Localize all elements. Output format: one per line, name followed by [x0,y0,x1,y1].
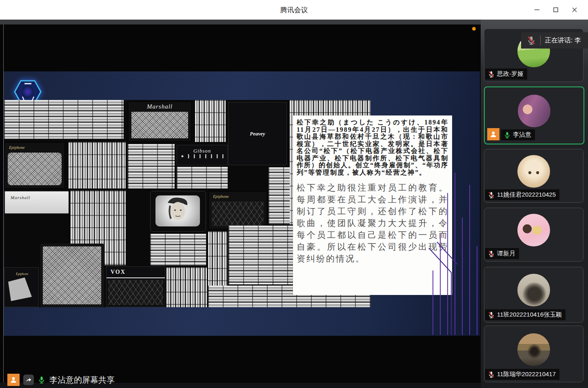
avatar [517,214,550,246]
presenter-person-icon [489,130,497,138]
record-dot [472,27,476,31]
cassette-stack [268,167,290,224]
brand-label-vox: VOX [111,269,126,275]
cassette-stack [69,142,126,188]
minimize-button[interactable] [528,0,546,20]
participant-tile-2[interactable]: 李沾意 [484,86,584,144]
participant-name-tag: 11班2022210416张玉颖 [485,309,566,320]
share-label: 李沾意的屏幕共享 [49,375,115,386]
epiphone-amp: Epiphone [4,142,65,189]
peavey-amp: Peavey [228,102,287,165]
participant-name-tag: 11姚佳君2022210425 [485,189,559,200]
participants-sidebar: 思政-罗娅 李沾意 11姚佳君2022210425 谭新月 [481,20,588,388]
muted-mic-icon [488,250,495,257]
muted-mic-icon [488,371,495,378]
participant-name-tag: 李沾意 [501,129,535,140]
speaker-cab-grille [40,244,104,307]
brand-label-epiphone: Epiphone [213,194,229,199]
maximize-icon [552,6,559,13]
presenter-badge [7,374,20,386]
presenter-badge [487,128,499,140]
muted-mic-icon [488,191,495,199]
cd-stack [128,144,175,188]
screen-share-indicator: 李沾意的屏幕共享 [7,374,115,386]
meeting-window: 腾讯会议 [0,0,588,388]
stage-top-strip [0,20,481,24]
tv-screen [155,195,200,226]
close-button[interactable] [565,0,584,20]
avatar [517,155,550,188]
participant-name-tag: 思政-罗娅 [485,69,527,80]
shared-screen-stage: Marshall Peavey Epiphone Gibson [0,20,481,388]
marshall-head-unit: Marshall [4,191,69,214]
bio-paragraph-1: 松下幸之助（まつした こうのすけ、1894年11月27日—1989年4月27日）… [297,119,448,176]
epiphone-wedge-monitor: Epiphone [4,267,39,307]
participant-tile-5[interactable]: 11班2022210416张玉颖 [484,267,584,323]
participant-name-tag: 谭新月 [485,248,519,259]
minimize-icon [533,6,541,13]
now-speaking-label: 正在讲话: 李 [545,36,581,45]
brand-label-marshall: Marshall [11,195,30,200]
brand-label-epiphone: Epiphone [16,272,29,276]
brand-label-peavey: Peavey [250,131,265,137]
cd-spine-stack [195,100,226,142]
window-controls [528,0,584,20]
brand-label-marshall: Marshall [147,103,173,110]
gibson-head: Gibson [177,145,228,165]
purple-deco-lines [429,169,480,336]
banner-separator [540,35,541,45]
elvis-face [155,195,200,226]
mic-on-icon [504,131,511,139]
avatar [518,95,550,127]
brand-label-epiphone: Epiphone [9,145,24,150]
participant-tile-4[interactable]: 谭新月 [484,208,584,262]
cassette-stack [150,234,206,265]
bio-paragraph-2: 松下幸之助很注重对员工的教育。每周都要在员工大会上作演讲，并制订了员工守则，还创… [297,182,448,264]
participant-tile-6[interactable]: 11陈瑞华2022210417 [484,326,584,382]
cd-spine-stack [208,231,228,286]
now-speaking-banner: 正在讲话: 李 [521,32,588,49]
participant-name: 11姚佳君2022210425 [497,191,556,199]
avatar [517,333,550,366]
participant-name: 11班2022210416张玉颖 [497,311,562,319]
participant-name-tag: 11陈瑞华2022210417 [485,369,559,380]
marshall-amp: Marshall [128,101,192,142]
participant-name: 思政-罗娅 [497,70,524,78]
presentation-slide: Marshall Peavey Epiphone Gibson [4,71,480,336]
presenter-person-icon [9,376,18,384]
window-title: 腾讯会议 [280,5,308,15]
cassette-stack [4,100,124,139]
cassette-stack [166,267,207,307]
muted-mic-icon [526,35,536,45]
close-icon [571,6,578,13]
vox-amp: VOX [106,266,165,307]
maximize-button[interactable] [546,0,565,20]
brand-label-gibson: Gibson [193,148,211,154]
elvis-tv [150,191,206,232]
avatar [517,274,550,306]
mic-on-icon [38,376,46,384]
bio-text-box: 松下幸之助（まつした こうのすけ、1894年11月27日—1989年4月27日）… [293,115,452,295]
participant-name: 11陈瑞华2022210417 [497,370,556,378]
share-arrow-icon [25,376,32,384]
muted-mic-icon [488,311,495,319]
share-badge [23,375,34,385]
participant-name: 李沾意 [513,131,531,139]
muted-mic-icon [488,71,495,78]
title-bar: 腾讯会议 [0,0,588,20]
participant-name: 谭新月 [497,250,515,257]
participant-tile-3[interactable]: 11姚佳君2022210425 [484,149,584,203]
cassette-stack [177,167,228,188]
epiphone-combo: Epiphone [208,191,267,230]
